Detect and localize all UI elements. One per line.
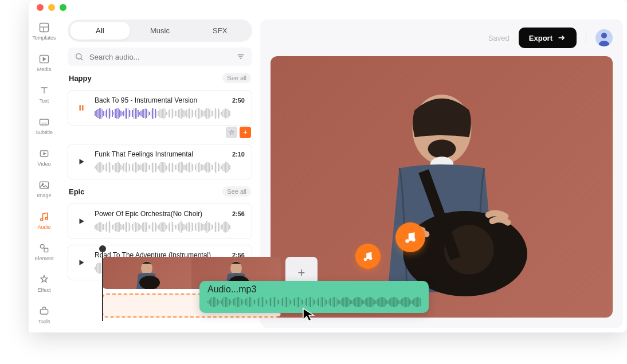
svg-line-17 <box>81 58 83 60</box>
search-icon <box>75 52 84 61</box>
audio-icon <box>38 211 50 222</box>
svg-point-35 <box>139 276 160 289</box>
image-icon <box>38 179 50 191</box>
divider <box>586 32 586 44</box>
music-bubble-icon <box>355 244 381 269</box>
arrow-right-icon <box>557 33 566 42</box>
svg-point-16 <box>76 54 81 59</box>
titlebar <box>29 0 627 15</box>
waveform <box>95 108 245 119</box>
play-button[interactable] <box>75 215 88 228</box>
favorite-button[interactable]: ☆ <box>226 127 237 138</box>
add-track-button[interactable]: + <box>240 127 251 138</box>
svg-point-27 <box>601 33 607 38</box>
svg-point-13 <box>40 244 44 248</box>
nav-subtitle[interactable]: Subtitle <box>29 114 60 138</box>
svg-point-29 <box>428 139 456 158</box>
play-button[interactable] <box>75 155 88 168</box>
element-icon <box>38 242 50 254</box>
text-icon <box>38 85 50 96</box>
svg-point-40 <box>405 239 409 243</box>
nav-audio[interactable]: Audio <box>29 209 60 232</box>
nav-text[interactable]: Text <box>29 83 60 106</box>
nav-media[interactable]: Media <box>29 51 60 75</box>
track-title: Back To 95 - Instrumental Version <box>95 96 197 104</box>
search-row <box>68 48 252 66</box>
tab-music[interactable]: Music <box>130 22 190 40</box>
track-duration: 2:10 <box>232 151 245 158</box>
nav-image[interactable]: Image <box>29 177 60 201</box>
nav-element[interactable]: Element <box>29 240 60 264</box>
sidenav: Templates Media Text Subtitle Video Imag… <box>29 15 60 332</box>
user-avatar[interactable] <box>595 29 613 46</box>
track-title: Power Of Epic Orchestra(No Choir) <box>95 210 202 218</box>
preview-header: Saved Export <box>260 19 623 56</box>
clip-waveform <box>207 296 421 308</box>
tools-icon <box>38 306 50 317</box>
svg-rect-0 <box>40 24 49 32</box>
svg-marker-8 <box>44 152 45 154</box>
svg-rect-15 <box>40 310 48 314</box>
video-icon <box>38 148 50 159</box>
media-icon <box>38 53 50 65</box>
filter-icon[interactable] <box>236 52 245 61</box>
svg-point-12 <box>45 217 48 220</box>
category-header-epic: Epic See all <box>68 185 252 198</box>
nav-video[interactable]: Video <box>29 146 60 169</box>
svg-point-39 <box>369 257 373 260</box>
cursor-icon <box>301 307 315 323</box>
window-maximize[interactable] <box>60 4 66 11</box>
waveform <box>95 162 245 173</box>
window-close[interactable] <box>37 4 44 11</box>
svg-marker-25 <box>80 260 84 265</box>
see-all-happy[interactable]: See all <box>222 73 251 83</box>
templates-icon <box>38 22 50 33</box>
track-title: Funk That Feelings Instrumental <box>95 150 193 158</box>
category-header-happy: Happy See all <box>68 72 252 84</box>
tab-all[interactable]: All <box>70 22 130 40</box>
svg-marker-24 <box>80 218 84 224</box>
see-all-epic[interactable]: See all <box>222 186 251 197</box>
nav-templates[interactable]: Templates <box>29 19 60 43</box>
window-minimize[interactable] <box>48 4 55 11</box>
svg-rect-22 <box>82 105 83 110</box>
search-input[interactable] <box>89 53 230 61</box>
svg-rect-4 <box>40 119 49 125</box>
svg-rect-14 <box>44 248 48 252</box>
effect-icon <box>38 274 50 285</box>
music-bubble-icon <box>395 222 425 252</box>
svg-rect-21 <box>80 105 81 110</box>
nav-effect[interactable]: Effect <box>29 272 60 295</box>
waveform <box>95 221 245 233</box>
track-row[interactable]: Funk That Feelings Instrumental 2:10 <box>68 144 252 179</box>
export-button[interactable]: Export <box>519 28 577 48</box>
playhead[interactable] <box>102 246 103 321</box>
tab-sfx[interactable]: SFX <box>190 22 250 40</box>
svg-marker-23 <box>80 159 84 164</box>
track-duration: 2:50 <box>232 97 245 104</box>
pause-button[interactable] <box>75 101 88 114</box>
subtitle-icon <box>38 116 50 128</box>
audio-tabs: All Music SFX <box>68 19 252 42</box>
play-button[interactable] <box>75 256 88 269</box>
svg-point-38 <box>364 258 367 261</box>
saved-status: Saved <box>488 34 510 42</box>
track-row[interactable]: Power Of Epic Orchestra(No Choir) 2:56 <box>68 203 252 239</box>
nav-tools[interactable]: Tools <box>29 303 60 327</box>
svg-point-41 <box>412 238 416 242</box>
track-duration: 2:56 <box>232 210 245 217</box>
track-row[interactable]: Back To 95 - Instrumental Version 2:50 <box>68 90 252 126</box>
svg-point-11 <box>41 218 43 221</box>
